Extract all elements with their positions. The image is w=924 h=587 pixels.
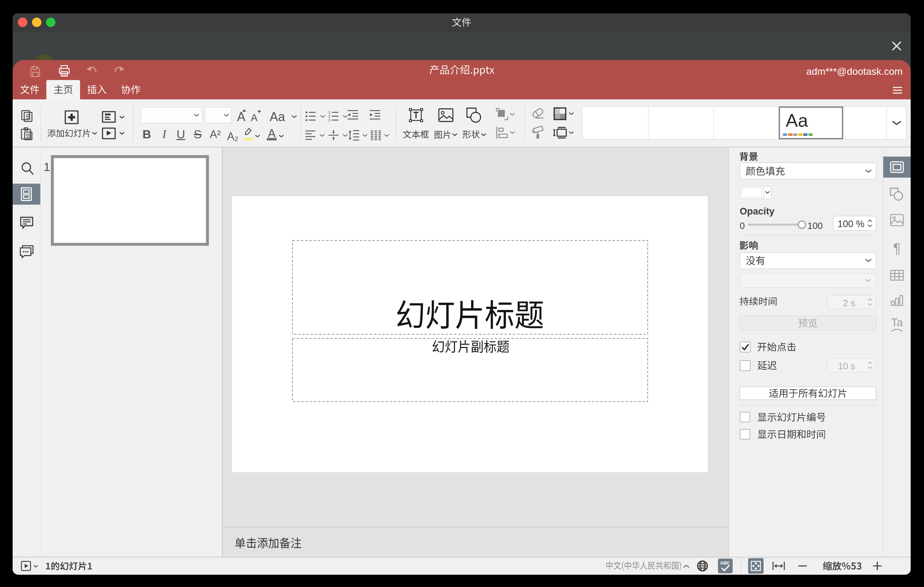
svg-text:ABC: ABC	[720, 560, 730, 566]
svg-text:3: 3	[328, 118, 330, 122]
